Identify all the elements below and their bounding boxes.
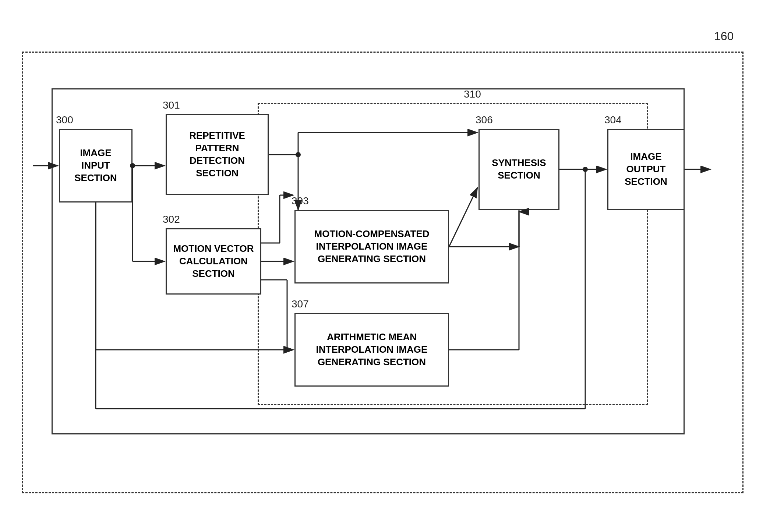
image-input-section-block: IMAGEINPUTSECTION — [59, 129, 133, 202]
arithmetic-mean-section-block: ARITHMETIC MEANINTERPOLATION IMAGEGENERA… — [294, 313, 449, 387]
motion-vector-label: MOTION VECTORCALCULATIONSECTION — [173, 243, 254, 280]
ref-307: 307 — [292, 298, 309, 310]
repetitive-pattern-label: REPETITIVEPATTERNDETECTION SECTION — [170, 130, 265, 179]
image-output-label: IMAGEOUTPUTSECTION — [625, 151, 667, 188]
ref-306: 306 — [476, 114, 493, 126]
ref-300: 300 — [56, 114, 73, 126]
label-310: 310 — [464, 88, 481, 100]
image-output-section-block: IMAGEOUTPUTSECTION — [607, 129, 685, 210]
motion-compensated-label: MOTION-COMPENSATEDINTERPOLATION IMAGEGEN… — [314, 228, 430, 265]
ref-301: 301 — [163, 99, 180, 111]
label-160: 160 — [714, 29, 734, 43]
motion-compensated-section-block: MOTION-COMPENSATEDINTERPOLATION IMAGEGEN… — [294, 210, 449, 283]
ref-304: 304 — [604, 114, 622, 126]
arithmetic-mean-label: ARITHMETIC MEANINTERPOLATION IMAGEGENERA… — [316, 331, 428, 368]
synthesis-section-block: SYNTHESISSECTION — [478, 129, 559, 210]
diagram-container: 160 310 IMAGEINPUTSECTION 300 REPETITIVE… — [22, 22, 755, 508]
image-input-section-label: IMAGEINPUTSECTION — [74, 147, 117, 184]
repetitive-pattern-section-block: REPETITIVEPATTERNDETECTION SECTION — [166, 114, 269, 195]
motion-vector-section-block: MOTION VECTORCALCULATIONSECTION — [166, 228, 261, 295]
ref-302: 302 — [163, 214, 180, 225]
synthesis-label: SYNTHESISSECTION — [492, 157, 546, 182]
ref-303: 303 — [292, 195, 309, 207]
